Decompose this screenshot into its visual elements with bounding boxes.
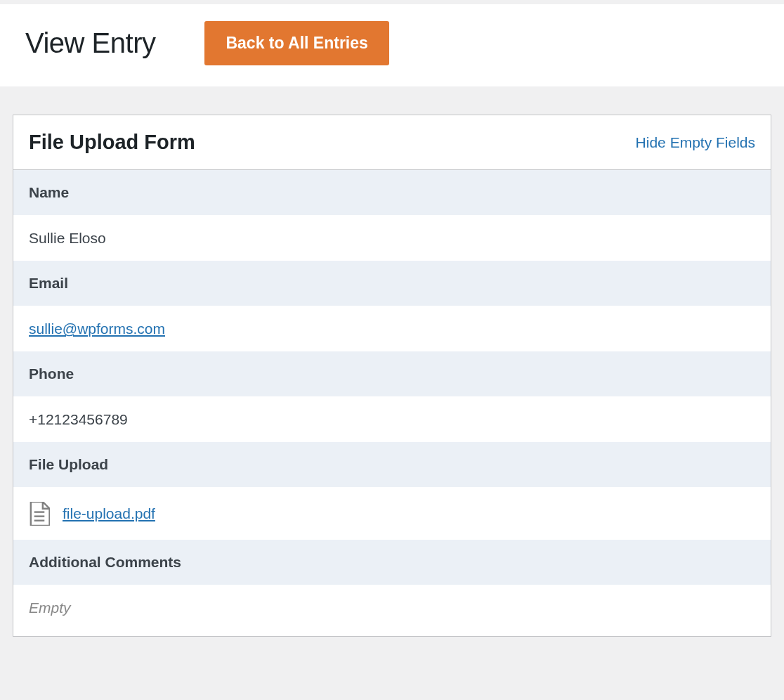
hide-empty-fields-link[interactable]: Hide Empty Fields	[636, 134, 755, 151]
content-wrap: File Upload Form Hide Empty Fields Name …	[0, 86, 784, 649]
field-label-comments: Additional Comments	[13, 540, 771, 585]
field-label-phone: Phone	[13, 351, 771, 397]
panel-title: File Upload Form	[29, 131, 195, 154]
field-label-file: File Upload	[13, 442, 771, 488]
field-value-comments: Empty	[13, 585, 771, 636]
field-label-email: Email	[13, 261, 771, 306]
field-value-name: Sullie Eloso	[13, 216, 771, 261]
page-title: View Entry	[25, 27, 155, 59]
file-link[interactable]: file-upload.pdf	[63, 505, 155, 522]
file-icon	[29, 502, 50, 526]
page-header: View Entry Back to All Entries	[0, 0, 784, 86]
field-value-phone: +12123456789	[13, 397, 771, 442]
back-to-entries-button[interactable]: Back to All Entries	[204, 21, 388, 65]
field-value-file: file-upload.pdf	[13, 488, 771, 540]
panel-header: File Upload Form Hide Empty Fields	[13, 115, 771, 170]
email-link[interactable]: sullie@wpforms.com	[29, 320, 165, 337]
file-row: file-upload.pdf	[29, 502, 755, 526]
field-label-name: Name	[13, 170, 771, 216]
field-value-email: sullie@wpforms.com	[13, 306, 771, 351]
entry-panel: File Upload Form Hide Empty Fields Name …	[13, 115, 771, 637]
